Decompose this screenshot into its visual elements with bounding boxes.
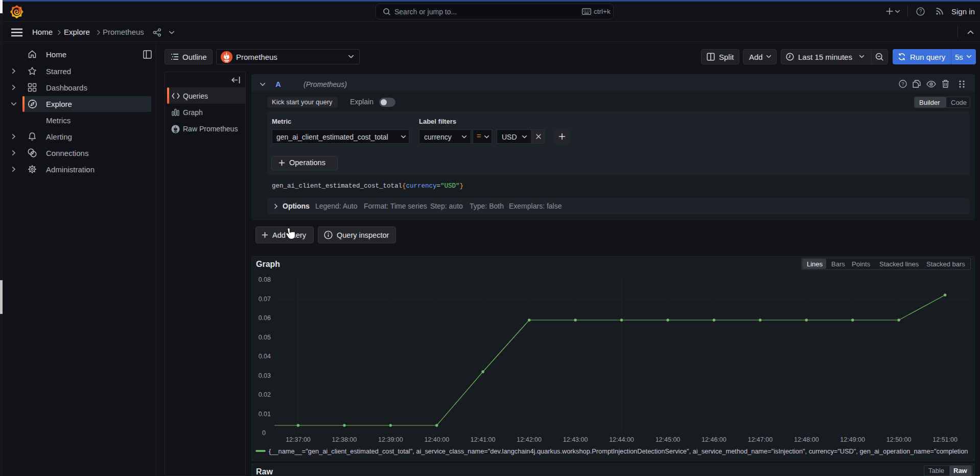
svg-text:0.07: 0.07 [259,296,271,303]
svg-text:12:48:00: 12:48:00 [794,436,819,443]
svg-text:12:41:00: 12:41:00 [471,436,496,443]
svg-text:12:39:00: 12:39:00 [378,436,403,443]
svg-text:12:50:00: 12:50:00 [886,436,912,443]
svg-text:12:38:00: 12:38:00 [332,436,357,443]
svg-text:12:37:00: 12:37:00 [286,436,311,443]
svg-text:0.01: 0.01 [259,411,271,418]
svg-text:0.05: 0.05 [259,334,271,341]
svg-text:0.02: 0.02 [259,391,271,398]
svg-text:12:44:00: 12:44:00 [609,436,634,443]
svg-text:?: ? [901,81,904,86]
svg-text:0.03: 0.03 [259,372,271,379]
svg-text:12:43:00: 12:43:00 [563,436,588,443]
svg-text:{__name__="gen_ai_client_estim: {__name__="gen_ai_client_estimated_cost_… [269,447,968,455]
svg-text:12:47:00: 12:47:00 [748,436,773,443]
svg-text:12:40:00: 12:40:00 [424,436,449,443]
svg-text:0.08: 0.08 [259,276,271,283]
svg-text:?: ? [919,9,922,14]
svg-text:0.06: 0.06 [259,314,271,322]
svg-text:0.04: 0.04 [259,353,271,360]
svg-text:12:46:00: 12:46:00 [702,436,727,443]
svg-text:12:49:00: 12:49:00 [840,436,865,443]
svg-text:12:42:00: 12:42:00 [517,436,542,443]
svg-text:12:51:00: 12:51:00 [932,436,958,443]
svg-text:0: 0 [262,429,266,437]
svg-text:12:45:00: 12:45:00 [656,436,681,443]
